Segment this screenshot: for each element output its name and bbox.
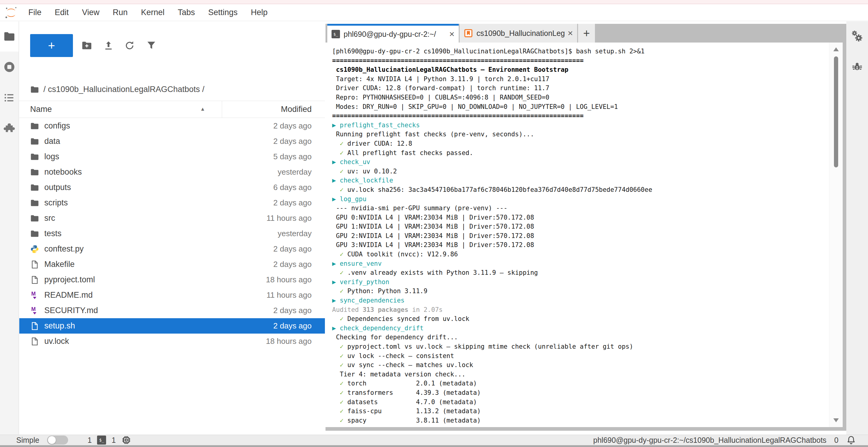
terminal-line: ▶ check_uv	[332, 157, 825, 167]
upload-icon[interactable]	[103, 40, 114, 51]
terminal-line: ✓ CUDA toolkit (nvcc): V12.9.86	[332, 250, 825, 259]
file-name: src	[44, 213, 55, 223]
bell-icon[interactable]	[846, 435, 856, 445]
folder-icon	[30, 122, 39, 130]
tab-document-1[interactable]: cs1090b_HallucinationLegalR×	[460, 24, 577, 42]
folder-icon	[30, 137, 39, 146]
status-bar: Simple 1 $_ 1 phl690@gpu-dy-gpu-cr-2:~/c…	[0, 435, 868, 447]
terminal-line: ✓ transformers 4.39.3 (metadata)	[332, 388, 825, 397]
refresh-icon[interactable]	[124, 40, 135, 51]
bookmark-icon	[464, 29, 473, 38]
menu-item-tabs[interactable]: Tabs	[171, 8, 202, 17]
file-row-uv.lock[interactable]: uv.lock18 hours ago	[19, 334, 325, 349]
menu-item-run[interactable]: Run	[106, 8, 134, 17]
sidebar-tab-table-of-contents[interactable]	[0, 82, 19, 113]
file-name: pyproject.toml	[44, 275, 95, 285]
sidebar-tab-debugger[interactable]	[846, 52, 868, 82]
file-row-notebooks[interactable]: notebooksyesterday	[19, 165, 325, 180]
terminal-line: Target: 4x NVIDIA L4 | Python 3.11.9 | t…	[332, 74, 825, 84]
menu-item-help[interactable]: Help	[244, 8, 274, 17]
right-activity-bar	[846, 22, 868, 435]
scroll-up-icon[interactable]	[833, 47, 839, 51]
file-modified: yesterday	[278, 229, 325, 238]
folder-icon	[30, 229, 39, 238]
filter-icon[interactable]	[146, 40, 157, 51]
terminal-count[interactable]: 1	[87, 436, 92, 445]
simple-mode-toggle[interactable]	[47, 436, 68, 445]
terminal-line: Tier 4: metadata version check...	[332, 370, 825, 379]
terminal-line: ✓ .venv already exists with Python 3.11.…	[332, 268, 825, 277]
column-divider	[222, 101, 222, 118]
file-row-README.md[interactable]: MREADME.md11 hours ago	[19, 288, 325, 303]
terminal-line: ✓ torch 2.0.1 (metadata)	[332, 379, 825, 388]
puzzle-icon	[3, 122, 16, 135]
terminal-line: [phl690@gpu-dy-gpu-cr-2 cs1090b_Hallucin…	[332, 47, 825, 56]
file-row-pyproject.toml[interactable]: pyproject.toml18 hours ago	[19, 272, 325, 288]
sidebar-tab-file-browser[interactable]	[0, 22, 19, 52]
menu-item-settings[interactable]: Settings	[202, 8, 244, 17]
folder-icon	[3, 30, 16, 42]
sidebar-tab-extension-manager[interactable]	[0, 113, 19, 144]
kernel-count[interactable]: 1	[112, 436, 116, 445]
terminal-icon[interactable]: $_	[97, 436, 106, 445]
file-row-conftest.py[interactable]: conftest.py2 days ago	[19, 241, 325, 257]
close-icon[interactable]: ×	[565, 28, 573, 38]
menu-item-kernel[interactable]: Kernel	[134, 8, 171, 17]
file-list-header: Name ▲ Modified	[19, 101, 325, 118]
breadcrumb[interactable]: / cs1090b_HallucinationLegalRAGChatbots …	[30, 85, 204, 94]
file-row-outputs[interactable]: outputs6 days ago	[19, 180, 325, 195]
svg-text:M: M	[31, 291, 36, 297]
left-activity-bar	[0, 22, 19, 435]
terminal-panel[interactable]: [phl690@gpu-dy-gpu-cr-2 cs1090b_Hallucin…	[326, 42, 843, 427]
terminal-line: ✓ Dependencies synced from uv.lock	[332, 314, 825, 324]
new-launcher-button[interactable]: +	[30, 34, 73, 57]
file-row-src[interactable]: src11 hours ago	[19, 211, 325, 226]
terminal-line: Driver CUDA: 12.8 (forward-compat) | tor…	[332, 84, 825, 93]
file-name: README.md	[44, 291, 93, 300]
terminal-line: GPU 2:NVIDIA L4 | VRAM:23034 MiB | Drive…	[332, 231, 825, 241]
file-row-Makefile[interactable]: Makefile2 days ago	[19, 257, 325, 272]
column-header-modified[interactable]: Modified	[281, 105, 312, 114]
file-row-logs[interactable]: logs5 days ago	[19, 149, 325, 165]
terminal-line: ========================================…	[332, 56, 825, 65]
menu-item-file[interactable]: File	[22, 8, 48, 17]
file-row-tests[interactable]: testsyesterday	[19, 226, 325, 241]
tab-terminal-0[interactable]: $_phl690@gpu-dy-gpu-cr-2:~/×	[327, 24, 459, 42]
terminal-scrollbar[interactable]	[829, 42, 843, 427]
folder-icon	[30, 85, 39, 94]
file-row-configs[interactable]: configs2 days ago	[19, 118, 325, 133]
file-row-SECURITY.md[interactable]: MSECURITY.md2 days ago	[19, 303, 325, 318]
menu-item-view[interactable]: View	[75, 8, 106, 17]
scrollbar-thumb[interactable]	[834, 56, 838, 168]
close-icon[interactable]: ×	[447, 29, 455, 39]
scroll-down-icon[interactable]	[833, 418, 839, 422]
notification-count[interactable]: 0	[834, 436, 838, 445]
file-name: tests	[44, 229, 61, 238]
terminal-line: ▶ verify_python	[332, 277, 825, 287]
file-name: outputs	[44, 183, 71, 192]
toggle-knob	[48, 436, 56, 444]
file-name: uv.lock	[44, 337, 69, 346]
sidebar-tab-running-kernels[interactable]	[0, 52, 19, 82]
terminal-host-path[interactable]: phl690@gpu-dy-gpu-cr-2:~/cs1090b_Halluci…	[593, 436, 827, 445]
file-row-data[interactable]: data2 days ago	[19, 133, 325, 149]
terminal-line: ✓ uv.lock sha256: 3ac3a4547106ba177af6c7…	[332, 185, 825, 195]
file-name: conftest.py	[44, 244, 84, 254]
terminal-line: ▶ preflight_fast_checks	[332, 121, 825, 130]
menu-item-edit[interactable]: Edit	[48, 8, 76, 17]
file-name: configs	[44, 121, 70, 130]
file-name: scripts	[44, 198, 68, 208]
column-header-name[interactable]: Name	[30, 105, 52, 114]
breadcrumb-path: / cs1090b_HallucinationLegalRAGChatbots …	[43, 85, 204, 94]
sort-ascending-icon[interactable]: ▲	[200, 106, 205, 112]
file-modified: 2 days ago	[273, 198, 325, 208]
file-row-setup.sh[interactable]: setup.sh2 days ago	[19, 318, 325, 334]
file-row-scripts[interactable]: scripts2 days ago	[19, 195, 325, 211]
file-modified: 5 days ago	[273, 152, 325, 161]
terminal-line: ✓ spacy 3.8.11 (metadata)	[332, 416, 825, 425]
kernel-chip-icon[interactable]	[121, 435, 131, 445]
new-tab-button[interactable]: +	[578, 24, 595, 42]
new-folder-icon[interactable]	[82, 40, 92, 51]
terminal-line: ✓ pyproject.toml vs uv.lock — skipping m…	[332, 342, 825, 351]
sidebar-tab-property-inspector[interactable]	[846, 22, 868, 52]
